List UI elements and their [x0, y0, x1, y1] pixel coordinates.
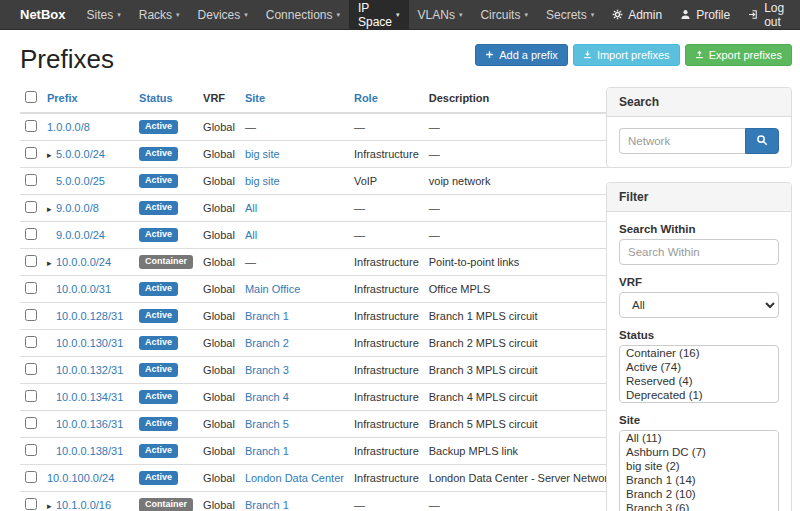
- header-site[interactable]: Site: [240, 87, 349, 113]
- row-checkbox[interactable]: [25, 444, 37, 456]
- toolbar: Add a prefix Import prefixes Export pref…: [475, 44, 792, 66]
- row-checkbox[interactable]: [25, 174, 37, 186]
- row-checkbox[interactable]: [25, 498, 37, 510]
- site-filter-list[interactable]: All (11)Ashburn DC (7)big site (2)Branch…: [619, 430, 779, 511]
- site-link[interactable]: Main Office: [245, 283, 300, 295]
- filter-option[interactable]: big site (2): [620, 459, 778, 473]
- prefix-link[interactable]: 10.0.0.132/31: [56, 364, 123, 376]
- prefix-link[interactable]: 10.1.0.0/16: [56, 499, 111, 511]
- add-prefix-button[interactable]: Add a prefix: [475, 44, 568, 66]
- prefix-link[interactable]: 9.0.0.0/8: [56, 202, 99, 214]
- prefix-link[interactable]: 5.0.0.0/24: [56, 148, 105, 160]
- header-role[interactable]: Role: [349, 87, 424, 113]
- vrf-value: Global: [203, 310, 235, 322]
- expand-caret-icon[interactable]: ▸: [47, 204, 56, 214]
- status-badge: Active: [139, 201, 178, 215]
- role-value: VoIP: [354, 175, 377, 187]
- header-prefix[interactable]: Prefix: [42, 87, 134, 113]
- brand-link[interactable]: NetBox: [8, 0, 78, 29]
- vrf-filter-select[interactable]: All: [619, 292, 779, 318]
- row-checkbox[interactable]: [25, 471, 37, 483]
- site-link[interactable]: All: [245, 202, 257, 214]
- nav-item-connections[interactable]: Connections▾: [257, 0, 349, 29]
- site-link[interactable]: Branch 1: [245, 310, 289, 322]
- filter-option[interactable]: Branch 2 (10): [620, 487, 778, 501]
- site-link[interactable]: Branch 3: [245, 364, 289, 376]
- vrf-filter-label: VRF: [619, 276, 779, 288]
- nav-item-ip-space[interactable]: IP Space▾: [349, 0, 409, 29]
- nav-item-sites[interactable]: Sites▾: [78, 0, 130, 29]
- status-filter-list[interactable]: Container (16)Active (74)Reserved (4)Dep…: [619, 345, 779, 403]
- row-checkbox[interactable]: [25, 417, 37, 429]
- nav-item-racks[interactable]: Racks▾: [130, 0, 189, 29]
- vrf-value: Global: [203, 256, 235, 268]
- site-link[interactable]: Branch 2: [245, 337, 289, 349]
- select-all-checkbox[interactable]: [25, 91, 37, 103]
- nav-admin-link[interactable]: Admin: [603, 0, 671, 29]
- table-row: 5.0.0.0/25ActiveGlobalbig siteVoIPvoip n…: [20, 168, 618, 195]
- row-checkbox[interactable]: [25, 336, 37, 348]
- row-checkbox[interactable]: [25, 282, 37, 294]
- site-link[interactable]: Branch 1: [245, 499, 289, 511]
- filter-option[interactable]: Ashburn DC (7): [620, 445, 778, 459]
- row-checkbox[interactable]: [25, 201, 37, 213]
- prefix-link[interactable]: 9.0.0.0/24: [56, 229, 105, 241]
- site-link[interactable]: big site: [245, 175, 280, 187]
- description-value: Branch 4 MPLS circuit: [429, 391, 538, 403]
- search-button[interactable]: [745, 128, 779, 154]
- filter-option[interactable]: Deprecated (1): [620, 388, 778, 402]
- site-link[interactable]: big site: [245, 148, 280, 160]
- row-checkbox[interactable]: [25, 309, 37, 321]
- prefix-link[interactable]: 10.0.0.136/31: [56, 418, 123, 430]
- row-checkbox[interactable]: [25, 120, 37, 132]
- prefix-link[interactable]: 10.0.0.128/31: [56, 310, 123, 322]
- filter-option[interactable]: Branch 3 (6): [620, 501, 778, 511]
- prefix-link[interactable]: 10.0.0.0/31: [56, 283, 111, 295]
- prefix-link[interactable]: 10.0.0.138/31: [56, 445, 123, 457]
- export-prefixes-button[interactable]: Export prefixes: [685, 44, 792, 66]
- nav-profile-link[interactable]: Profile: [671, 0, 739, 29]
- site-link[interactable]: All: [245, 229, 257, 241]
- expand-caret-icon[interactable]: ▸: [47, 150, 56, 160]
- row-checkbox[interactable]: [25, 363, 37, 375]
- prefix-link[interactable]: 10.0.0.134/31: [56, 391, 123, 403]
- empty-value: —: [429, 202, 440, 214]
- prefix-link[interactable]: 10.0.0.0/24: [56, 256, 111, 268]
- filter-option[interactable]: Active (74): [620, 360, 778, 374]
- expand-caret-icon[interactable]: ▸: [47, 258, 56, 268]
- prefix-link[interactable]: 1.0.0.0/8: [47, 121, 90, 133]
- row-checkbox[interactable]: [25, 255, 37, 267]
- search-within-input[interactable]: [619, 239, 779, 265]
- role-value: Infrastructure: [354, 337, 419, 349]
- nav-item-circuits[interactable]: Circuits▾: [471, 0, 537, 29]
- expand-caret-icon[interactable]: ▸: [47, 501, 56, 511]
- import-prefixes-button[interactable]: Import prefixes: [573, 44, 680, 66]
- row-checkbox[interactable]: [25, 147, 37, 159]
- site-link[interactable]: Branch 1: [245, 445, 289, 457]
- prefix-link[interactable]: 10.0.0.130/31: [56, 337, 123, 349]
- role-value: Infrastructure: [354, 310, 419, 322]
- row-checkbox[interactable]: [25, 228, 37, 240]
- row-checkbox[interactable]: [25, 390, 37, 402]
- prefix-link[interactable]: 5.0.0.0/25: [56, 175, 105, 187]
- nav-item-secrets[interactable]: Secrets▾: [537, 0, 603, 29]
- filter-option[interactable]: Branch 1 (14): [620, 473, 778, 487]
- header-status[interactable]: Status: [134, 87, 198, 113]
- filter-option[interactable]: Container (16): [620, 346, 778, 360]
- search-panel: Search: [606, 87, 792, 168]
- filter-panel-title: Filter: [607, 183, 791, 212]
- prefix-link[interactable]: 10.0.100.0/24: [47, 472, 114, 484]
- site-link[interactable]: London Data Center: [245, 472, 344, 484]
- filter-option[interactable]: Reserved (4): [620, 374, 778, 388]
- add-prefix-label: Add a prefix: [499, 49, 558, 61]
- nav-logout-link[interactable]: Log out: [739, 0, 794, 29]
- site-filter-label: Site: [619, 414, 779, 426]
- site-link[interactable]: Branch 5: [245, 418, 289, 430]
- search-input[interactable]: [619, 128, 745, 154]
- nav-item-label: Secrets: [546, 8, 587, 22]
- status-badge: Active: [139, 282, 178, 296]
- filter-option[interactable]: All (11): [620, 431, 778, 445]
- site-link[interactable]: Branch 4: [245, 391, 289, 403]
- nav-item-devices[interactable]: Devices▾: [189, 0, 257, 29]
- nav-item-vlans[interactable]: VLANs▾: [409, 0, 472, 29]
